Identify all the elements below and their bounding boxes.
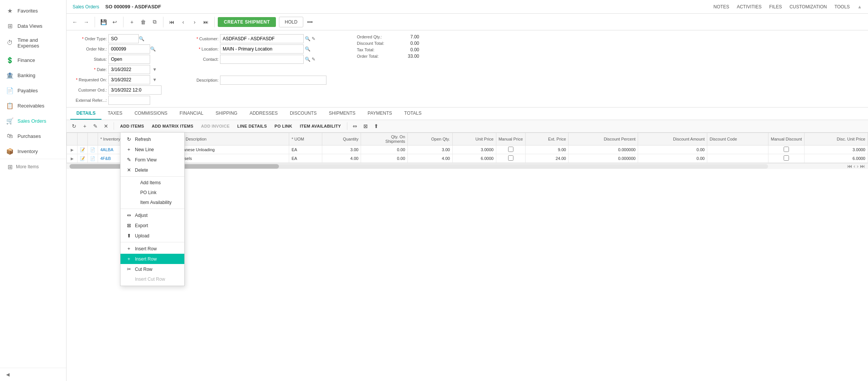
customer-search-icon[interactable]: 🔍 bbox=[305, 36, 310, 41]
row-note-icon[interactable]: 📝 bbox=[78, 154, 88, 163]
ctx-item-new-line[interactable]: + New Line bbox=[120, 144, 184, 155]
ctx-item-insert-cut-row[interactable]: Insert Cut Row bbox=[120, 274, 184, 284]
tab-financial[interactable]: FINANCIAL bbox=[174, 108, 210, 120]
grid-pag-prev-btn[interactable]: ‹ bbox=[854, 163, 855, 169]
grid-edit-btn[interactable]: ✎ bbox=[91, 122, 100, 131]
customer-edit-icon[interactable]: ✎ bbox=[312, 36, 315, 41]
col-manual-discount[interactable]: Manual Discount bbox=[768, 133, 805, 145]
ctx-item-export[interactable]: ⊠ Export bbox=[120, 220, 184, 231]
contact-search-icon[interactable]: 🔍 bbox=[305, 57, 310, 62]
tab-addresses[interactable]: ADDRESSES bbox=[244, 108, 284, 120]
col-ext-price[interactable]: Ext. Price bbox=[525, 133, 569, 145]
forward-btn[interactable]: → bbox=[81, 17, 92, 27]
tab-details[interactable]: DETAILS bbox=[70, 108, 101, 120]
tab-shipments[interactable]: SHIPMENTS bbox=[323, 108, 361, 120]
line-details-btn[interactable]: LINE DETAILS bbox=[234, 123, 270, 130]
customer-input[interactable] bbox=[220, 34, 304, 43]
sidebar-item-receivables[interactable]: 📋 Receivables bbox=[0, 98, 66, 113]
hold-btn[interactable]: HOLD bbox=[279, 17, 303, 27]
grid-pag-next-btn[interactable]: › bbox=[857, 163, 858, 169]
more-actions-btn[interactable]: ••• bbox=[305, 17, 315, 27]
row-expand-btn[interactable]: ▶ bbox=[67, 145, 78, 154]
col-manual-price[interactable]: Manual Price bbox=[496, 133, 525, 145]
row-manual-price[interactable] bbox=[496, 154, 525, 163]
date-input[interactable] bbox=[108, 65, 150, 74]
first-btn[interactable]: ⏮ bbox=[166, 17, 177, 27]
col-uom[interactable]: * UOM bbox=[289, 133, 322, 145]
order-nbr-input[interactable] bbox=[108, 44, 150, 54]
add-items-btn[interactable]: ADD ITEMS bbox=[117, 123, 147, 130]
sidebar-item-inventory[interactable]: 📦 Inventory bbox=[0, 144, 66, 159]
sidebar-item-payables[interactable]: 📄 Payables bbox=[0, 83, 66, 98]
undo-btn[interactable]: ↩ bbox=[109, 17, 120, 27]
col-quantity[interactable]: Quantity bbox=[322, 133, 361, 145]
grid-pag-last-btn[interactable]: ⏭ bbox=[860, 163, 865, 169]
ctx-item-add-items[interactable]: Add Items bbox=[120, 178, 184, 188]
last-btn[interactable]: ⏭ bbox=[201, 17, 211, 27]
customer-ord-input[interactable] bbox=[108, 85, 162, 95]
tab-taxes[interactable]: TAXES bbox=[101, 108, 128, 120]
tab-discounts[interactable]: DISCOUNTS bbox=[284, 108, 323, 120]
order-type-input[interactable] bbox=[108, 34, 139, 43]
row-file-icon[interactable]: 📄 bbox=[88, 145, 98, 154]
sidebar-item-finance[interactable]: 💲 Finance bbox=[0, 52, 66, 68]
files-btn[interactable]: FILES bbox=[769, 4, 782, 9]
row-manual-discount[interactable] bbox=[768, 145, 805, 154]
copy-btn[interactable]: ⧉ bbox=[149, 17, 160, 27]
requested-on-picker-icon[interactable]: ▼ bbox=[152, 77, 157, 82]
description-input[interactable] bbox=[220, 76, 326, 85]
tab-commissions[interactable]: COMMISSIONS bbox=[128, 108, 174, 120]
prev-btn[interactable]: ‹ bbox=[178, 17, 188, 27]
col-discount-percent[interactable]: Discount Percent bbox=[569, 133, 638, 145]
grid-refresh-btn[interactable]: ↻ bbox=[70, 122, 79, 131]
col-qty-on-shipments[interactable]: Qty. On Shipments bbox=[361, 133, 408, 145]
sidebar-item-data-views[interactable]: ⊞ Data Views bbox=[0, 18, 66, 33]
save-btn[interactable]: 💾 bbox=[98, 17, 109, 27]
add-matrix-items-btn[interactable]: ADD MATRIX ITEMS bbox=[149, 123, 196, 130]
col-open-qty[interactable]: Open Qty. bbox=[408, 133, 453, 145]
po-link-btn[interactable]: PO LINK bbox=[271, 123, 295, 130]
row-note-icon[interactable]: 📝 bbox=[78, 145, 88, 154]
sidebar-item-sales-orders[interactable]: 🛒 Sales Orders bbox=[0, 113, 66, 128]
back-btn[interactable]: ← bbox=[70, 17, 80, 27]
grid-delete-btn[interactable]: ✕ bbox=[101, 122, 111, 131]
row-manual-discount[interactable] bbox=[768, 154, 805, 163]
create-shipment-btn[interactable]: CREATE SHIPMENT bbox=[218, 17, 276, 27]
delete-btn[interactable]: 🗑 bbox=[138, 17, 149, 27]
breadcrumb-link[interactable]: Sales Orders bbox=[73, 4, 99, 9]
grid-fit-btn[interactable]: ⇔ bbox=[350, 122, 360, 131]
col-discount-amount[interactable]: Discount Amount bbox=[638, 133, 707, 145]
add-btn[interactable]: + bbox=[127, 17, 137, 27]
ctx-item-insert-row[interactable]: + Insert Row bbox=[120, 254, 184, 264]
notes-btn[interactable]: NOTES bbox=[713, 4, 729, 9]
date-picker-icon[interactable]: ▼ bbox=[152, 67, 157, 72]
col-unit-price[interactable]: Unit Price bbox=[452, 133, 496, 145]
ctx-item-po-link[interactable]: PO Link bbox=[120, 188, 184, 198]
contact-edit-icon[interactable]: ✎ bbox=[312, 57, 315, 62]
sidebar-item-favorites[interactable]: ★ Favorites bbox=[0, 3, 66, 18]
customization-btn[interactable]: CUSTOMIZATION bbox=[789, 4, 827, 9]
sidebar-item-purchases[interactable]: 🛍 Purchases bbox=[0, 128, 66, 144]
grid-pag-first-btn[interactable]: ⏮ bbox=[847, 163, 852, 169]
ctx-item-form-view[interactable]: ✎ Form View bbox=[120, 155, 184, 165]
activities-btn[interactable]: ACTIVITIES bbox=[737, 4, 762, 9]
tab-payments[interactable]: PAYMENTS bbox=[361, 108, 398, 120]
collapse-sidebar-btn[interactable]: ◀ bbox=[0, 368, 66, 381]
contact-input[interactable] bbox=[220, 55, 304, 64]
grid-add-btn[interactable]: + bbox=[80, 122, 89, 131]
add-invoice-btn[interactable]: ADD INVOICE bbox=[198, 123, 233, 130]
more-items-sidebar-item[interactable]: ⊞ More Items bbox=[0, 159, 66, 174]
ctx-item-cut-row[interactable]: ✂ Cut Row bbox=[120, 264, 184, 274]
order-nbr-search-icon[interactable]: 🔍 bbox=[150, 46, 156, 52]
grid-scroll-foot[interactable]: ⏮ ‹ › ⏭ bbox=[67, 163, 868, 169]
col-discount-code[interactable]: Discount Code bbox=[707, 133, 768, 145]
ctx-item-adjust[interactable]: ⇔ Adjust bbox=[120, 210, 184, 220]
ctx-item-insert-row-above[interactable]: + Insert Row bbox=[120, 243, 184, 254]
external-refer-input[interactable] bbox=[108, 96, 150, 105]
location-input[interactable] bbox=[220, 44, 304, 54]
tab-shipping[interactable]: SHIPPING bbox=[209, 108, 243, 120]
item-availability-btn[interactable]: ITEM AVAILABILITY bbox=[297, 123, 344, 130]
grid-export-btn[interactable]: ⊠ bbox=[361, 122, 370, 131]
col-line-desc[interactable]: Line Description bbox=[174, 133, 289, 145]
ctx-item-delete[interactable]: ✕ Delete bbox=[120, 165, 184, 175]
